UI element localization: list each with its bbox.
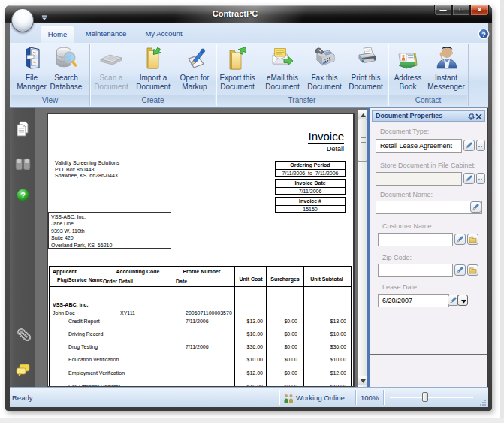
svg-text:?: ? [20,191,26,200]
